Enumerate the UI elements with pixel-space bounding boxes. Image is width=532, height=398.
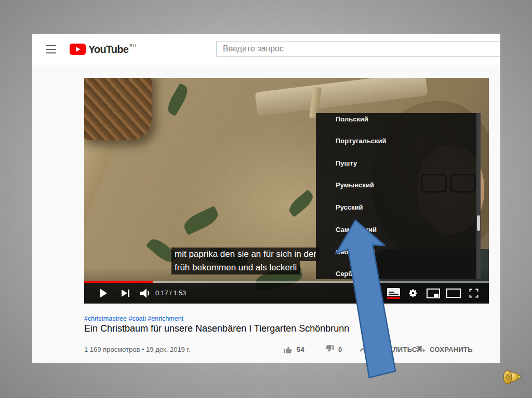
audio-speaker-icon[interactable] <box>500 364 526 390</box>
share-arrow-icon <box>359 345 369 353</box>
more-actions-button[interactable]: ••• <box>500 341 500 357</box>
subtitle-line-2: früh bekommen und als leckerli <box>171 261 300 275</box>
miniplayer-icon[interactable] <box>424 283 442 304</box>
menu-scrollbar-thumb[interactable] <box>477 215 480 231</box>
browser-screenshot: YouTube RU Введите запрос mit paprika de… <box>32 34 500 363</box>
more-dots-icon: ••• <box>500 346 500 352</box>
play-button[interactable] <box>95 283 112 304</box>
menu-item-portuguese[interactable]: Португальский <box>336 137 387 145</box>
save-label: СОХРАНИТЬ <box>430 346 473 353</box>
menu-item-cebuano[interactable]: Себуанский <box>336 248 375 256</box>
youtube-header: YouTube RU Введите запрос <box>32 34 500 65</box>
share-button[interactable]: ПОДЕЛИТЬСЯ <box>359 341 422 357</box>
dislike-count: 0 <box>338 346 342 353</box>
youtube-play-icon <box>70 44 86 55</box>
menu-item-pashto[interactable]: Пушту <box>336 159 357 167</box>
fullscreen-icon[interactable] <box>465 283 483 304</box>
settings-gear-icon[interactable] <box>404 283 422 304</box>
video-hashtags[interactable]: #christmastree #coati #enrichment <box>84 315 183 322</box>
save-button[interactable]: СОХРАНИТЬ <box>416 341 473 357</box>
subtitle-language-menu: Польский Португальский Пушту Румынский Р… <box>316 113 481 279</box>
menu-item-polish[interactable]: Польский <box>336 115 368 123</box>
youtube-country-code: RU <box>129 43 136 48</box>
video-title: Ein Christbaum für unsere Nasenbären I T… <box>84 323 349 334</box>
menu-item-russian[interactable]: Русский <box>336 203 363 211</box>
video-meta-row: 1 169 просмотров • 19 дек. 2019 г. 54 0 … <box>84 341 485 357</box>
dislike-button[interactable]: 0 <box>325 341 342 357</box>
search-input[interactable]: Введите запрос <box>216 41 500 57</box>
volume-icon[interactable] <box>137 283 154 304</box>
time-display: 0:17 / 1:53 <box>155 283 186 304</box>
next-button[interactable] <box>116 283 134 304</box>
thumbs-up-icon <box>283 345 293 354</box>
menu-item-serbian[interactable]: Сербский <box>336 270 368 278</box>
video-player[interactable]: mit paprika den sie an für sich in der f… <box>84 78 489 304</box>
hamburger-menu-icon[interactable] <box>46 45 56 53</box>
menu-scrollbar-track[interactable] <box>476 113 481 279</box>
youtube-logo-text: YouTube <box>88 43 128 56</box>
like-button[interactable]: 54 <box>283 341 304 357</box>
like-count: 54 <box>297 346 304 353</box>
view-count: 1 169 просмотров • 19 дек. 2019 г. <box>84 341 190 357</box>
subtitles-icon[interactable] <box>384 283 402 304</box>
playlist-add-icon <box>416 345 426 354</box>
player-controls: 0:17 / 1:53 <box>84 283 489 304</box>
theater-mode-icon[interactable] <box>445 283 462 304</box>
youtube-logo[interactable]: YouTube RU <box>70 43 136 56</box>
menu-item-samoan[interactable]: Самоанский <box>336 226 377 234</box>
thumbs-down-icon <box>325 345 335 354</box>
menu-item-romanian[interactable]: Румынский <box>336 181 374 189</box>
subtitles: mit paprika den sie an für sich in der f… <box>171 248 320 275</box>
subtitle-line-1: mit paprika den sie an für sich in der <box>171 248 320 261</box>
share-label: ПОДЕЛИТЬСЯ <box>373 346 422 353</box>
